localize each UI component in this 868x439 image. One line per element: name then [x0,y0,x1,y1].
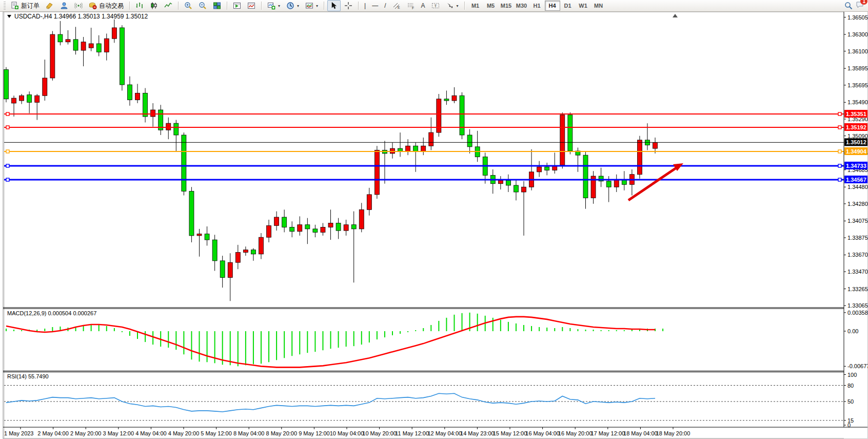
price-axis-value: 1.33265 [847,286,868,292]
price-axis-value: 1.33875 [847,235,868,241]
time-axis-label: 18 May 20:00 [656,430,691,436]
tile-windows-button[interactable] [210,0,224,11]
time-axis-label: 15 May 12:00 [493,430,527,436]
current-price-label: 1.35012 [846,139,866,145]
indicators-button[interactable]: ▾ [265,0,283,11]
candle-bear [351,225,356,229]
fibonacci-tool[interactable]: F [404,0,418,11]
timeframe-button-d1[interactable]: D1 [560,1,576,11]
bar-chart-icon [135,2,144,10]
periods-dropdown-arrow[interactable]: ▾ [297,4,299,8]
chart-shift-button[interactable] [245,0,258,11]
timeframe-button-w1[interactable]: W1 [576,1,591,11]
new-chart-button[interactable] [230,0,244,11]
new-order-button[interactable]: 新订单 [8,0,42,11]
templates-dropdown-arrow[interactable]: ▾ [316,4,318,8]
candle-bear [189,191,194,236]
trendline-tool[interactable]: / [382,0,388,11]
new-order-label: 新订单 [21,2,40,10]
candle-bull [135,93,140,100]
zoom-in-button[interactable] [182,0,195,11]
hline-handle[interactable] [6,150,9,153]
timeframe-button-h4[interactable]: H4 [545,1,560,11]
chart-frame [3,12,867,438]
signals-button[interactable] [72,0,85,11]
price-axis-value: 1.34480 [847,184,868,190]
candle-bull [452,96,457,101]
cursor-icon [330,2,338,10]
new-chart-icon [233,2,241,10]
periods-button[interactable]: ▾ [284,0,302,11]
candle-bear [336,223,341,231]
candle-bear [313,229,318,233]
hline-handle[interactable] [6,164,9,167]
crosshair-tool-button[interactable] [342,0,355,11]
hline-handle[interactable] [838,164,841,167]
bar-chart-button[interactable] [133,0,146,11]
usdcad-h4-chart[interactable]: 1.365051.363001.361001.358951.356951.354… [0,12,868,439]
candle-bear [606,181,611,187]
hline-handle[interactable] [6,112,9,116]
toolbar-separator [464,2,465,10]
arrows-tool[interactable]: ▾ [443,0,461,11]
hline-handle[interactable] [6,178,9,181]
indicators-dropdown-arrow[interactable]: ▾ [278,4,280,8]
candle-bear [120,28,124,85]
search-icon[interactable] [844,2,853,10]
price-axis-value: 1.36505 [847,14,868,21]
styler-button[interactable] [43,0,56,11]
signal-icon [74,2,83,10]
time-axis-label: 14 May 23:00 [460,430,495,436]
macd-label: MACD(12,26,9) 0.000504 0.000267 [7,310,96,316]
hline-handle[interactable] [838,150,841,153]
candle-bull [653,143,658,148]
hline-handle[interactable] [838,126,841,129]
time-axis-label: 16 May 20:00 [558,430,593,436]
candle-bull [235,253,240,263]
hline-handle[interactable] [6,126,9,129]
timeframe-button-h1[interactable]: H1 [529,1,545,11]
timeframe-button-m5[interactable]: M5 [483,1,499,11]
templates-button[interactable]: ▾ [303,0,321,11]
candle-bear [127,85,132,100]
candle-bear [212,240,217,261]
candlestick-button[interactable] [147,0,161,11]
candle-bull [104,39,109,52]
zoom-out-icon [199,2,207,10]
hline-handle[interactable] [838,178,841,181]
candle-bull [81,42,86,50]
candle-bear [460,96,464,135]
svg-text:E: E [398,6,400,9]
line-chart-button[interactable] [162,0,175,11]
crosshair-icon [344,2,352,10]
time-axis-label: 4 May 04:00 [135,430,167,436]
timeframe-button-m1[interactable]: M1 [468,1,483,11]
label-icon: T [431,2,440,10]
candle-bull [19,96,24,101]
hline-handle[interactable] [838,112,841,116]
cursor-tool-button[interactable] [327,0,341,11]
horizontal-line-tool[interactable]: — [369,0,381,11]
text-tool[interactable]: A [419,0,428,11]
arrows-dropdown-arrow[interactable]: ▾ [457,4,459,8]
timeframe-button-mn[interactable]: MN [591,1,606,11]
zoom-out-button[interactable] [196,0,209,11]
macd-axis-value: -0.006775 [847,363,868,369]
price-axis-value: 1.33470 [847,269,868,275]
vertical-line-tool[interactable]: | [362,0,368,11]
toolbar-grip[interactable] [4,2,6,10]
rsi-label: RSI(14) 55.7490 [7,373,49,379]
autotrading-button[interactable]: 自动交易 [86,0,126,11]
candle-bull [637,140,642,175]
notifications-button[interactable]: 1 [856,1,864,11]
hline-price-label: 1.34733 [846,163,866,169]
metaeditor-button[interactable] [57,0,71,11]
timeframe-button-m30[interactable]: M30 [514,1,529,11]
time-axis-label: 18 May 04:00 [623,430,658,436]
label-tool[interactable]: T [429,0,442,11]
timeframe-button-m15[interactable]: M15 [499,1,514,11]
channel-tool[interactable]: E [390,0,403,11]
candle-bear [444,99,449,101]
time-axis-label: 9 May 12:00 [299,430,330,436]
zoom-in-icon [184,2,192,10]
